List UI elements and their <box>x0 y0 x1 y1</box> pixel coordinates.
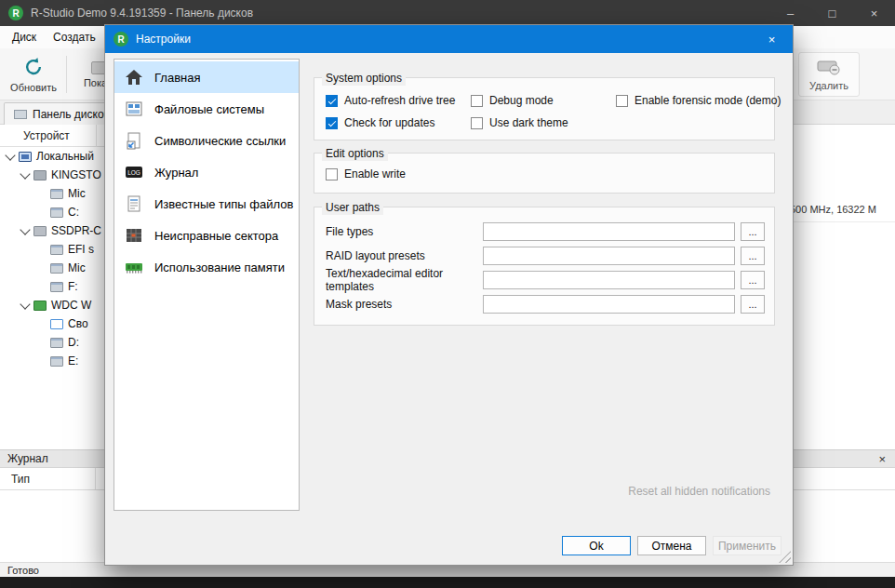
properties-divider <box>786 221 895 222</box>
partition-icon <box>50 263 63 274</box>
chevron-down-icon[interactable] <box>19 299 32 312</box>
main-titlebar: R R-Studio Demo 9.4.191359 - Панель диск… <box>0 0 895 26</box>
checkbox-auto-refresh-drive-tree[interactable]: Auto-refresh drive tree <box>326 93 471 108</box>
checkbox-debug-mode[interactable]: Debug mode <box>471 93 616 108</box>
group-user-paths: User paths File types ... RAID layout pr… <box>314 207 775 326</box>
tree-row-label: C: <box>68 206 79 219</box>
disk-panel-icon <box>14 110 27 119</box>
system-options-grid: Auto-refresh drive tree Debug mode Enabl… <box>326 93 765 130</box>
partition-icon <box>50 189 63 199</box>
partition-icon <box>50 338 63 348</box>
checkbox-label: Check for updates <box>344 116 434 129</box>
tree-row-label: E: <box>68 354 78 368</box>
tree-row-label: D: <box>68 336 79 349</box>
chevron-down-icon[interactable] <box>19 168 32 181</box>
browse-button[interactable]: ... <box>741 247 765 265</box>
checkbox-label: Auto-refresh drive tree <box>344 94 455 107</box>
checkbox-label: Use dark theme <box>489 116 568 129</box>
browse-button[interactable]: ... <box>741 295 765 314</box>
browse-button[interactable]: ... <box>741 271 765 289</box>
file-systems-icon <box>123 98 145 120</box>
log-close-icon[interactable]: × <box>878 453 886 465</box>
reset-hidden-notifications-button[interactable]: Reset all hidden notifications <box>628 485 770 498</box>
checkbox-use-dark-theme[interactable]: Use dark theme <box>471 115 616 130</box>
delete-button[interactable]: Удалить <box>798 52 860 97</box>
chevron-spacer <box>35 280 48 293</box>
chevron-spacer <box>35 354 48 368</box>
chevron-down-icon[interactable] <box>4 150 17 163</box>
path-label: File types <box>326 225 483 238</box>
path-row-file-types: File types ... <box>326 222 765 241</box>
tree-row-label: SSDPR-C <box>51 224 101 237</box>
browse-button[interactable]: ... <box>741 222 765 241</box>
sidebar-item-symlinks[interactable]: Символические ссылки <box>114 125 299 156</box>
sidebar-item-file-systems[interactable]: Файловые системы <box>114 93 299 125</box>
dialog-app-icon: R <box>114 32 128 47</box>
column-divider[interactable] <box>96 125 97 147</box>
refresh-button[interactable]: Обновить <box>4 51 63 98</box>
tab-label: Панель дисков <box>33 108 110 121</box>
path-row-raid-presets: RAID layout presets ... <box>326 247 765 265</box>
path-label: Mask presets <box>326 298 483 311</box>
cancel-button[interactable]: Отмена <box>637 536 706 555</box>
drive-icon <box>33 226 47 236</box>
maximize-button[interactable]: □ <box>811 0 853 26</box>
path-row-mask-presets: Mask presets ... <box>326 295 765 314</box>
ok-button[interactable]: Ok <box>562 536 631 555</box>
checkbox-label: Debug mode <box>489 94 554 107</box>
status-text: Готово <box>7 565 39 576</box>
tree-row-label: Сво <box>68 317 88 330</box>
log-icon: LOG <box>123 161 145 183</box>
mask-presets-input[interactable] <box>483 295 735 314</box>
chevron-spacer <box>35 317 48 330</box>
chevron-spacer <box>35 336 48 349</box>
editor-templates-input[interactable] <box>483 271 735 289</box>
checkbox-enable-write[interactable]: Enable write <box>326 167 765 181</box>
dialog-close-button[interactable]: × <box>751 25 793 53</box>
minimize-button[interactable]: – <box>769 0 811 26</box>
svg-text:LOG: LOG <box>127 169 140 176</box>
partition-icon <box>50 207 63 218</box>
sidebar-item-known-file-types[interactable]: Известные типы файлов <box>114 188 299 220</box>
tree-header-label: Устройст <box>23 129 70 142</box>
sidebar-item-bad-sectors[interactable]: Неисправные сектора <box>114 220 299 251</box>
path-label: RAID layout presets <box>326 249 483 262</box>
checkbox-label: Enable write <box>344 167 406 180</box>
sidebar-item-memory-usage[interactable]: Использование памяти <box>114 251 299 283</box>
raid-presets-input[interactable] <box>483 247 735 265</box>
chevron-down-icon[interactable] <box>19 224 32 237</box>
tree-row-label: Mic <box>68 187 86 200</box>
checkbox-box <box>326 168 338 180</box>
tree-row-label: KINGSTO <box>51 168 101 181</box>
toolbar-separator <box>66 56 67 93</box>
checkbox-enable-forensic-mode[interactable]: Enable forensic mode (demo) <box>616 93 781 108</box>
sidebar-item-log[interactable]: LOG Журнал <box>114 156 299 188</box>
apply-button[interactable]: Применить <box>713 536 781 555</box>
file-types-input[interactable] <box>483 222 735 241</box>
checkbox-box <box>471 95 483 107</box>
close-button[interactable]: × <box>853 0 895 26</box>
sidebar-item-label: Символические ссылки <box>154 134 286 148</box>
tree-row-label: Локальный <box>36 150 94 163</box>
bad-sectors-icon <box>123 224 145 247</box>
menu-create[interactable]: Создать <box>45 28 104 47</box>
chevron-spacer <box>35 187 48 200</box>
app-logo-icon: R <box>8 6 23 20</box>
tab-disk-panel[interactable]: Панель дисков <box>4 102 120 125</box>
sidebar-item-label: Неисправные сектора <box>154 229 278 243</box>
checkbox-check-for-updates[interactable]: Check for updates <box>326 115 471 130</box>
sidebar-item-label: Известные типы файлов <box>154 197 293 211</box>
checkbox-box <box>326 117 338 129</box>
log-column-type[interactable]: Тип <box>0 468 96 489</box>
sidebar-item-label: Главная <box>154 71 200 85</box>
group-edit-options: Edit options Enable write <box>314 153 775 194</box>
screen: R R-Studio Demo 9.4.191359 - Панель диск… <box>0 0 895 588</box>
menu-disk[interactable]: Диск <box>4 28 45 47</box>
sidebar-item-main[interactable]: Главная <box>114 61 299 93</box>
refresh-icon <box>22 57 45 79</box>
delete-drive-icon <box>817 59 841 77</box>
chevron-spacer <box>35 206 48 219</box>
sidebar-item-label: Файловые системы <box>154 102 264 116</box>
checkbox-label: Enable forensic mode (demo) <box>635 94 781 107</box>
sidebar-item-label: Журнал <box>154 166 198 180</box>
